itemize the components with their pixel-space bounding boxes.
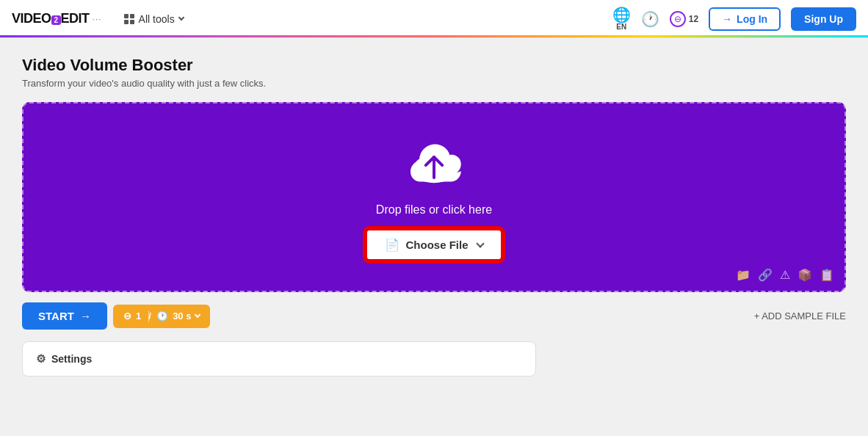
upload-area[interactable]: Drop files or click here 📄 Choose File 📁…	[22, 102, 846, 292]
globe-icon: 🌐	[612, 7, 631, 22]
copy-icon[interactable]: 📋	[820, 268, 834, 282]
options-count: 1	[136, 310, 141, 321]
account-button[interactable]: ⊖ 12	[670, 11, 698, 27]
alert-icon[interactable]: ⚠	[780, 268, 790, 282]
start-arrow-icon: →	[80, 310, 91, 322]
options-time: 30 s	[173, 310, 191, 321]
login-arrow-icon: →	[722, 13, 732, 25]
logo-badge: 2	[51, 15, 61, 25]
login-button[interactable]: → Log In	[709, 7, 781, 31]
clock-icon: 🕐	[156, 310, 168, 321]
file-icon: 📄	[385, 238, 399, 252]
pill-credit-icon: ⊖	[123, 310, 131, 321]
header: VIDEO2EDIT ··· All tools 🌐 EN 🕐 ⊖ 12 → L…	[0, 0, 868, 38]
options-pill-button[interactable]: ⊖ 1 / 🕐 30 s	[113, 305, 211, 328]
dropbox-icon[interactable]: 📦	[798, 268, 812, 282]
account-icon: ⊖	[670, 11, 686, 27]
cloud-upload-icon	[405, 139, 463, 193]
action-row: START → ⊖ 1 / 🕐 30 s + ADD SAMPLE FILE	[22, 302, 846, 330]
choose-chevron-icon	[476, 239, 484, 247]
drop-text: Drop files or click here	[376, 203, 492, 217]
start-button[interactable]: START →	[22, 302, 107, 330]
all-tools-label: All tools	[139, 13, 175, 25]
lang-code: EN	[616, 23, 626, 31]
gear-icon: ⚙	[36, 352, 46, 366]
choose-file-label: Choose File	[405, 239, 468, 251]
login-label: Log In	[737, 13, 767, 25]
start-label: START	[38, 310, 74, 322]
chevron-down-icon	[178, 15, 184, 21]
history-button[interactable]: 🕐	[641, 10, 659, 28]
logo: VIDEO2EDIT ···	[12, 11, 102, 26]
logo-text: VIDEO2EDIT	[12, 11, 90, 26]
link-icon[interactable]: 🔗	[758, 268, 773, 282]
history-icon: 🕐	[641, 10, 659, 28]
main-content: Video Volume Booster Transform your vide…	[0, 38, 868, 394]
page-title: Video Volume Booster	[22, 56, 846, 75]
logo-dots: ···	[93, 14, 102, 24]
settings-label: Settings	[51, 353, 92, 365]
settings-header[interactable]: ⚙ Settings	[36, 352, 522, 366]
signup-button[interactable]: Sign Up	[791, 7, 856, 31]
page-subtitle: Transform your video's audio quality wit…	[22, 78, 846, 89]
all-tools-button[interactable]: All tools	[117, 9, 191, 29]
choose-file-button[interactable]: 📄 Choose File	[365, 228, 502, 261]
pill-divider: /	[148, 310, 149, 322]
add-sample-button[interactable]: + ADD SAMPLE FILE	[754, 310, 846, 321]
action-left: START → ⊖ 1 / 🕐 30 s	[22, 302, 210, 330]
account-count: 12	[689, 14, 698, 24]
folder-icon[interactable]: 📁	[736, 268, 751, 282]
language-button[interactable]: 🌐 EN	[612, 7, 631, 31]
grid-icon	[124, 14, 134, 24]
options-chevron-icon	[195, 312, 200, 318]
header-right: 🌐 EN 🕐 ⊖ 12 → Log In Sign Up	[612, 7, 856, 31]
add-sample-label: + ADD SAMPLE FILE	[754, 310, 846, 321]
settings-panel: ⚙ Settings	[22, 341, 536, 377]
signup-label: Sign Up	[804, 13, 843, 25]
upload-bottom-icons: 📁 🔗 ⚠ 📦 📋	[736, 268, 834, 282]
